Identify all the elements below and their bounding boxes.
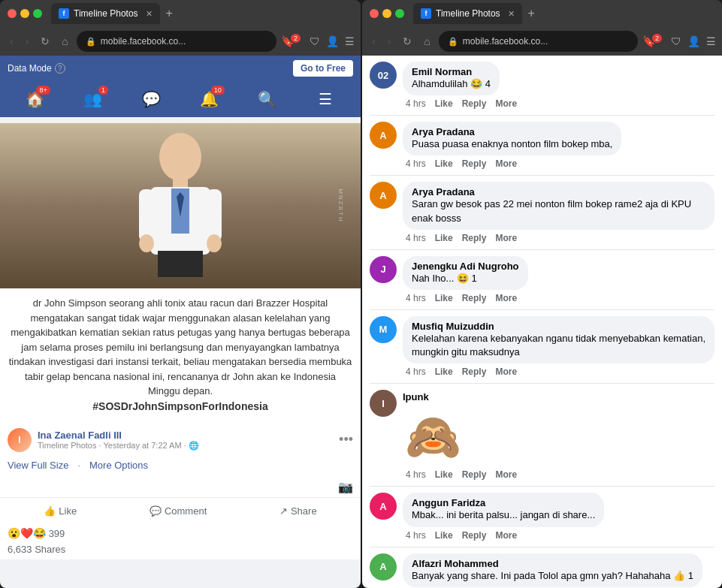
new-tab-button[interactable]: + — [163, 7, 176, 20]
right-maximize-button[interactable] — [395, 9, 404, 18]
reply-action-arya1[interactable]: Reply — [462, 158, 487, 169]
right-back-button[interactable]: ‹ — [368, 33, 379, 50]
tab-close-icon[interactable]: ✕ — [146, 9, 153, 19]
reply-action-ipunk[interactable]: Reply — [462, 469, 487, 480]
more-action-ipunk[interactable]: More — [495, 469, 517, 480]
like-action-ipunk[interactable]: Like — [435, 469, 453, 480]
like-icon: 👍 — [44, 505, 56, 517]
comment-action[interactable]: 💬 Comment — [143, 502, 213, 520]
comment-bubble-emil: Emil Norman Alhamdulilah 😂 4 — [403, 62, 500, 95]
svg-rect-10 — [180, 251, 203, 277]
like-action-emil[interactable]: Like — [435, 98, 453, 109]
maximize-button[interactable] — [33, 9, 42, 18]
more-action-musfiq[interactable]: More — [495, 366, 517, 377]
post-reactions: 😮❤️😂 399 — [0, 524, 361, 542]
account-icon[interactable]: 👤 — [326, 35, 339, 47]
right-shield-icon[interactable]: 🛡 — [671, 35, 681, 47]
like-action-arya2[interactable]: Like — [435, 233, 453, 243]
right-menu-icon[interactable]: ☰ — [706, 35, 716, 47]
fb-nav-notifications[interactable]: 🔔10 — [195, 84, 225, 114]
minimize-button[interactable] — [20, 9, 29, 18]
right-bookmark-icon[interactable]: 🔖2 — [642, 35, 665, 47]
data-mode-label: Data Mode — [8, 63, 52, 74]
more-action-jenengku[interactable]: More — [495, 293, 517, 303]
right-new-tab-button[interactable]: + — [525, 7, 538, 20]
comment-time-emil: 4 hrs — [406, 98, 426, 109]
comment-text-jenengku: Nah Iho... 😆 1 — [412, 272, 519, 285]
traffic-lights — [8, 9, 42, 18]
address-bar[interactable]: 🔒 mobile.facebook.co... — [77, 31, 276, 52]
author-name[interactable]: Ina Zaenal Fadli III — [38, 430, 333, 441]
nav-icons: 🔖2 🛡 👤 ☰ — [281, 35, 355, 47]
reply-action-arya2[interactable]: Reply — [462, 233, 487, 243]
comment-author-musfiq: Musfiq Muizuddin — [412, 321, 705, 332]
fb-nav-home[interactable]: 🏠8+ — [20, 84, 50, 114]
fb-nav-menu[interactable]: ☰ — [310, 84, 340, 114]
comment-text-arya1: Puasa puasa enaknya nonton film bokep mb… — [412, 137, 612, 151]
back-button[interactable]: ‹ — [6, 33, 17, 50]
tab-title: Timeline Photos — [74, 8, 138, 19]
comment-text-arya2: Saran gw besok pas 22 mei nonton film bo… — [412, 198, 705, 225]
comment-author-emil: Emil Norman — [412, 66, 491, 77]
comment-text-alfazri: Banyak yang share. Ini pada Tolol apa gm… — [412, 569, 693, 583]
reply-action-anggun[interactable]: Reply — [462, 530, 487, 541]
share-action[interactable]: ↗ Share — [273, 502, 323, 520]
right-forward-button[interactable]: › — [384, 33, 395, 50]
comment-time-arya2: 4 hrs — [406, 233, 426, 243]
more-action-anggun[interactable]: More — [495, 530, 517, 541]
like-action-anggun[interactable]: Like — [435, 530, 453, 541]
svg-rect-6 — [207, 189, 222, 242]
comment-item-musfiq: M Musfiq Muizuddin Kelelahan karena keba… — [362, 310, 722, 383]
right-home-nav-button[interactable]: ⌂ — [420, 33, 434, 50]
right-account-icon[interactable]: 👤 — [687, 35, 700, 47]
doctor-svg — [135, 131, 225, 281]
shield-icon[interactable]: 🛡 — [310, 35, 320, 47]
url-text: mobile.facebook.co... — [101, 36, 267, 47]
reply-action-musfiq[interactable]: Reply — [462, 366, 487, 377]
fb-nav-friends[interactable]: 👥1 — [78, 84, 108, 114]
right-address-bar[interactable]: 🔒 mobile.facebook.co... — [439, 31, 638, 52]
more-action-arya1[interactable]: More — [495, 158, 517, 169]
right-close-button[interactable] — [370, 9, 379, 18]
right-refresh-button[interactable]: ↻ — [399, 33, 415, 50]
comment-author-anggun: Anggun Faridza — [412, 497, 595, 508]
view-full-link[interactable]: View Full Size — [8, 460, 68, 471]
reply-action-jenengku[interactable]: Reply — [462, 293, 487, 303]
more-icon[interactable]: ••• — [339, 432, 353, 448]
comment-text-emil: Alhamdulilah 😂 4 — [412, 77, 491, 91]
ipunk-name-area: Ipunk — [403, 390, 714, 403]
comment-item-emil: 02 Emil Norman Alhamdulilah 😂 4 4 hrs Li… — [362, 56, 722, 115]
bookmark-icon[interactable]: 🔖2 — [281, 35, 304, 47]
comment-meta-jenengku: 4 hrs Like Reply More — [403, 293, 714, 303]
active-tab[interactable]: f Timeline Photos ✕ — [51, 3, 160, 24]
go-to-free-button[interactable]: Go to Free — [293, 60, 353, 77]
more-action-arya2[interactable]: More — [495, 233, 517, 243]
home-nav-button[interactable]: ⌂ — [58, 33, 71, 50]
like-action-arya1[interactable]: Like — [435, 158, 453, 169]
fb-topbar: Data Mode ? Go to Free — [0, 56, 361, 81]
share-icon: ↗ — [279, 505, 288, 517]
like-action-jenengku[interactable]: Like — [435, 293, 453, 303]
refresh-button[interactable]: ↻ — [37, 33, 53, 50]
fb-nav-search[interactable]: 🔍 — [252, 84, 282, 114]
more-action-emil[interactable]: More — [495, 98, 517, 109]
avatar-anggun: A — [370, 493, 397, 520]
post-body-text: dr John Simpson seorang ahli tonix atau … — [8, 296, 353, 399]
right-tab-close-icon[interactable]: ✕ — [508, 9, 515, 19]
data-mode-help[interactable]: ? — [55, 63, 65, 74]
like-action-musfiq[interactable]: Like — [435, 366, 453, 377]
friends-badge: 1 — [98, 86, 108, 95]
close-button[interactable] — [8, 9, 17, 18]
right-minimize-button[interactable] — [382, 9, 391, 18]
comment-meta-arya2: 4 hrs Like Reply More — [403, 233, 714, 243]
right-active-tab[interactable]: f Timeline Photos ✕ — [413, 3, 522, 24]
comment-body-arya2: Arya Pradana Saran gw besok pas 22 mei n… — [403, 182, 714, 243]
more-options-link[interactable]: More Options — [89, 460, 148, 471]
like-action[interactable]: 👍 Like — [38, 502, 83, 520]
menu-icon[interactable]: ☰ — [345, 35, 355, 47]
post-author: I Ina Zaenal Fadli III Timeline Photos ·… — [0, 422, 361, 458]
reply-action-emil[interactable]: Reply — [462, 98, 487, 109]
forward-button[interactable]: › — [22, 33, 33, 50]
post-actions: 👍 Like 💬 Comment ↗ Share — [0, 497, 361, 524]
fb-nav-messages[interactable]: 💬 — [136, 84, 166, 114]
